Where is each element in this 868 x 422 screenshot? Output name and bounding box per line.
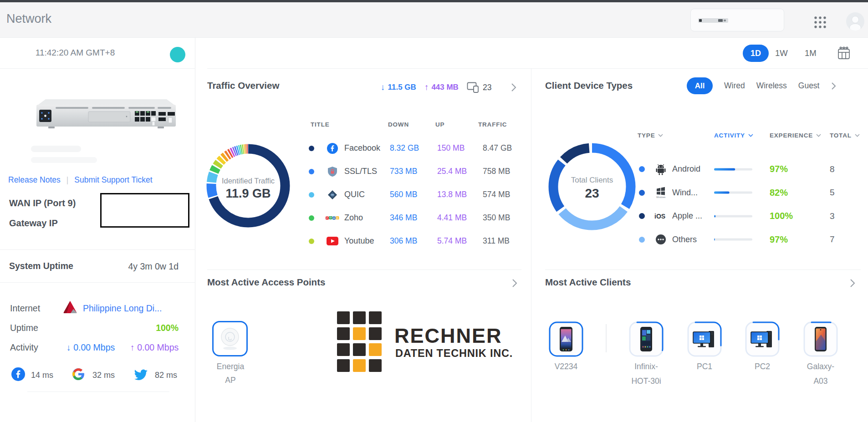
series-dot — [309, 215, 314, 221]
client-type-row-windows[interactable]: Windows Wind... 82% 5 — [634, 181, 862, 205]
time-range-1d[interactable]: 1D — [743, 45, 769, 62]
total-value: 8 — [830, 164, 862, 174]
total-value: 3 — [830, 211, 862, 221]
series-dot — [309, 192, 314, 198]
time-range-1w[interactable]: 1W — [775, 48, 788, 58]
traffic-row-youtube[interactable]: Youtube 306 MB 5.74 MB 311 MB — [302, 229, 526, 253]
total-value: 5 — [830, 188, 862, 198]
svg-text:O: O — [337, 216, 338, 219]
gateway-ip-label: Gateway IP — [9, 218, 58, 229]
traffic-value: 311 MB — [483, 236, 526, 246]
uptime-value: 100% — [0, 323, 179, 333]
top-bar: Network — [0, 2, 868, 38]
traffic-panel-chevron-icon[interactable] — [511, 83, 516, 92]
series-dot — [639, 166, 645, 172]
client-tile-infinix[interactable] — [628, 321, 664, 357]
aps-panel-chevron-icon[interactable] — [512, 279, 517, 288]
client-name-galaxy-line1: Galaxy- — [791, 362, 850, 371]
experience-value: 97% — [770, 164, 830, 174]
ap-tile-energia[interactable] — [212, 321, 248, 356]
activity-upload: ↑ 0.00 Mbps — [130, 342, 179, 353]
col-header-title: TITLE — [311, 121, 330, 128]
identified-traffic-value: 11.9 GB — [207, 187, 289, 201]
traffic-row-quic[interactable]: QUIC 560 MB 13.8 MB 574 MB — [302, 183, 526, 206]
youtube-app-icon — [327, 237, 338, 245]
traffic-row-zoho[interactable]: ZOHO Zoho 346 MB 4.41 MB 350 MB — [302, 206, 526, 229]
client-type-row-others[interactable]: Others 97% 7 — [634, 228, 862, 252]
svg-text:H: H — [333, 217, 335, 219]
col-header-total[interactable]: TOTAL — [830, 132, 860, 139]
console-selector[interactable] — [690, 9, 784, 31]
activity-bar — [714, 238, 752, 241]
identified-traffic-label: Identified Traffic — [207, 177, 289, 185]
down-value: 560 MB — [390, 190, 437, 199]
col-header-type[interactable]: TYPE — [638, 132, 663, 139]
total-value: 7 — [830, 234, 862, 244]
most-active-clients-title: Most Active Clients — [545, 277, 631, 288]
traffic-row-ssl[interactable]: SSL/TLS 733 MB 25.4 MB 758 MB — [302, 160, 526, 183]
wan-ip-label: WAN IP (Port 9) — [9, 198, 76, 208]
traffic-value: 574 MB — [483, 190, 526, 199]
client-tile-pc2[interactable] — [745, 321, 780, 357]
experience-value: 97% — [770, 234, 830, 245]
client-tile-v2234[interactable] — [548, 321, 584, 357]
traffic-value: 8.47 GB — [483, 143, 526, 153]
ap-name-line1: Energia — [199, 362, 262, 371]
clients-panel-chevron-icon[interactable] — [850, 279, 855, 288]
phone-image — [815, 327, 827, 351]
divider — [207, 68, 868, 69]
traffic-row-facebook[interactable]: Facebook 8.32 GB 150 MB 8.47 GB — [302, 137, 526, 160]
col-header-experience[interactable]: EXPERIENCE — [770, 132, 821, 139]
col-header-type-label: TYPE — [638, 132, 655, 139]
series-dot — [309, 239, 314, 244]
sort-caret-icon — [658, 134, 663, 137]
client-type-row-android[interactable]: Android 97% 8 — [634, 158, 862, 181]
divider — [27, 391, 169, 392]
col-header-activity-label: ACTIVITY — [714, 132, 745, 139]
total-clients-value: 23 — [546, 186, 638, 201]
tile-separator — [606, 324, 607, 352]
user-avatar[interactable] — [846, 12, 864, 31]
client-name-galaxy-line2: A03 — [791, 376, 850, 386]
tab-all[interactable]: All — [687, 77, 713, 94]
zoho-app-icon: ZOHO — [326, 215, 339, 221]
windows-os-icon: Windows — [656, 187, 666, 198]
traffic-totals: ↓ 11.5 GB ↑ 443 MB 23 — [381, 82, 491, 93]
tab-wired[interactable]: Wired — [724, 81, 745, 91]
panel-divider — [531, 68, 531, 422]
client-tile-pc1[interactable] — [687, 321, 722, 357]
system-uptime-value: 4y 3m 0w 1d — [0, 261, 179, 272]
calendar-icon[interactable] — [836, 46, 852, 61]
quic-app-icon — [327, 189, 338, 200]
client-tile-galaxy[interactable] — [803, 321, 838, 357]
total-clients-label: Total Clients — [546, 176, 638, 185]
col-header-activity[interactable]: ACTIVITY — [714, 132, 753, 139]
android-os-icon — [655, 163, 666, 175]
sort-caret-icon — [855, 134, 860, 137]
divider — [0, 282, 195, 283]
divider — [0, 249, 195, 250]
client-type-row-apple[interactable]: iOS Apple ... 100% 3 — [634, 204, 862, 228]
tab-wireless[interactable]: Wireless — [756, 81, 787, 91]
phone-image — [560, 327, 572, 351]
current-time: 11:42:20 AM GMT+8 — [0, 48, 150, 58]
isp-name-link[interactable]: Philippine Long Di... — [83, 303, 162, 314]
activity-bar — [714, 215, 752, 218]
phone-image — [640, 327, 652, 351]
time-range-1m[interactable]: 1M — [805, 48, 817, 58]
up-value: 13.8 MB — [437, 190, 483, 199]
apps-grid-icon[interactable] — [812, 15, 828, 30]
gateway-device-image — [35, 95, 178, 132]
submit-ticket-link[interactable]: Submit Support Ticket — [74, 175, 152, 185]
tabs-overflow-chevron-icon[interactable] — [831, 82, 836, 90]
client-device-types-title: Client Device Types — [545, 80, 633, 91]
series-dot — [639, 213, 645, 219]
client-types-table: Android 97% 8 Windows Wind... 82% — [634, 149, 862, 251]
gateway-sidebar: 11:42:20 AM GMT+8 — [0, 38, 195, 422]
tab-guest[interactable]: Guest — [798, 81, 820, 91]
ap-name-line2: AP — [199, 376, 262, 385]
release-notes-link[interactable]: Release Notes — [8, 175, 61, 185]
client-name-infinix-line2: HOT-30i — [617, 376, 676, 386]
ssl-shield-icon — [327, 166, 338, 177]
access-point-image — [214, 322, 246, 355]
